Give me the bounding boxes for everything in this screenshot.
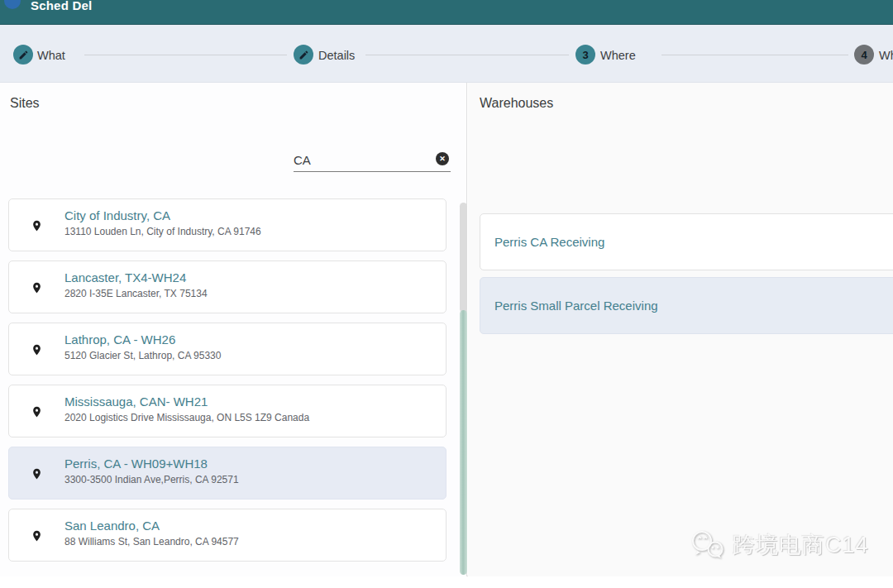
site-title: Mississauga, CAN- WH21 (64, 394, 309, 409)
step-connector (661, 55, 848, 55)
step-what-label[interactable]: What (37, 49, 65, 62)
edit-icon (298, 50, 309, 60)
site-card-san-leandro[interactable]: San Leandro, CA 88 Williams St, San Lean… (8, 509, 446, 562)
site-list: City of Industry, CA 13110 Louden Ln, Ci… (8, 198, 446, 571)
scrollbar-thumb-active[interactable] (460, 310, 467, 575)
wizard-stepper: What Details 3 Where 4 When (0, 25, 893, 83)
site-address: 2820 I-35E Lancaster, TX 75134 (64, 288, 208, 299)
warehouse-card-perris-ca-receiving[interactable]: Perris CA Receiving (480, 213, 893, 270)
clear-search-icon[interactable]: ✕ (436, 152, 449, 165)
step-number: 3 (582, 49, 588, 61)
edit-icon (18, 50, 29, 60)
step-connector (84, 55, 287, 55)
location-pin-icon (31, 404, 43, 420)
app-logo-icon (4, 0, 21, 9)
site-card-lancaster[interactable]: Lancaster, TX4-WH24 2820 I-35E Lancaster… (8, 261, 446, 313)
warehouse-name: Perris Small Parcel Receiving (494, 299, 658, 313)
site-card-perris[interactable]: Perris, CA - WH09+WH18 3300-3500 Indian … (8, 447, 446, 500)
step-details-label[interactable]: Details (318, 49, 355, 62)
app-title: Sched Del (31, 0, 92, 12)
watermark: 跨境电商C14 (690, 529, 869, 561)
step-where-label[interactable]: Where (600, 49, 636, 62)
site-card-lathrop[interactable]: Lathrop, CA - WH26 5120 Glacier St, Lath… (8, 323, 446, 375)
warehouses-panel: Warehouses Perris CA Receiving Perris Sm… (468, 83, 893, 576)
step-what[interactable] (13, 45, 33, 65)
site-search-field[interactable]: ✕ (294, 151, 451, 172)
location-pin-icon (31, 466, 43, 482)
wechat-logo-icon (690, 529, 726, 561)
app-bar: Sched Del (0, 0, 893, 25)
site-card-city-of-industry[interactable]: City of Industry, CA 13110 Louden Ln, Ci… (8, 198, 446, 251)
step-details[interactable] (294, 45, 313, 65)
warehouse-card-perris-small-parcel[interactable]: Perris Small Parcel Receiving (480, 277, 893, 334)
site-title: City of Industry, CA (64, 208, 261, 222)
sites-panel: Sites ✕ City of Industry, CA 13110 Loude… (0, 83, 467, 576)
site-address: 88 Williams St, San Leandro, CA 94577 (64, 536, 239, 547)
watermark-text: 跨境电商C14 (733, 530, 869, 560)
site-title: Lathrop, CA - WH26 (64, 332, 221, 347)
sites-panel-title: Sites (10, 96, 40, 111)
location-pin-icon (31, 280, 43, 296)
site-title: Lancaster, TX4-WH24 (64, 270, 208, 284)
site-address: 13110 Louden Ln, City of Industry, CA 91… (64, 226, 261, 237)
step-when-label[interactable]: When (879, 49, 893, 62)
site-address: 5120 Glacier St, Lathrop, CA 95330 (64, 350, 221, 361)
step-connector (365, 55, 569, 55)
site-title: Perris, CA - WH09+WH18 (64, 457, 239, 471)
warehouses-panel-title: Warehouses (480, 96, 553, 111)
location-pin-icon (31, 218, 43, 234)
location-pin-icon (31, 528, 43, 544)
step-number: 4 (861, 49, 867, 61)
step-where[interactable]: 3 (575, 45, 595, 65)
scrollbar-thumb[interactable] (460, 203, 467, 313)
app-window: Sched Del What Details 3 Where 4 When (0, 0, 893, 588)
content-area: Sites ✕ City of Industry, CA 13110 Loude… (0, 83, 893, 576)
step-when[interactable]: 4 (854, 45, 874, 65)
site-address: 2020 Logistics Drive Mississauga, ON L5S… (64, 412, 309, 423)
site-search-input[interactable] (294, 151, 426, 169)
site-title: San Leandro, CA (64, 519, 239, 533)
warehouse-name: Perris CA Receiving (494, 235, 604, 249)
location-pin-icon (31, 342, 43, 358)
site-card-mississauga[interactable]: Mississauga, CAN- WH21 2020 Logistics Dr… (8, 385, 446, 437)
site-address: 3300-3500 Indian Ave,Perris, CA 92571 (64, 474, 239, 485)
